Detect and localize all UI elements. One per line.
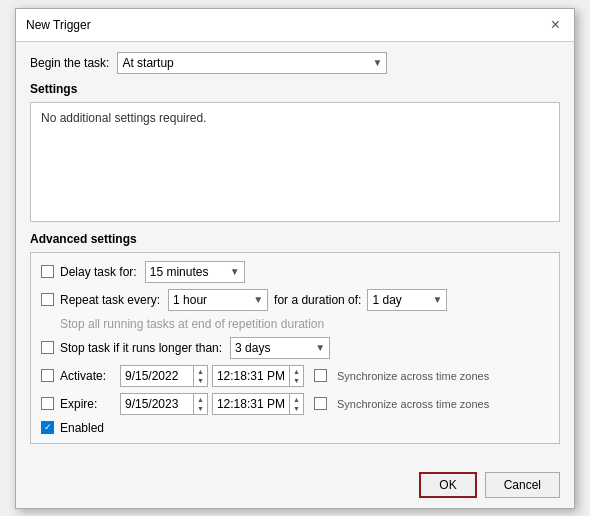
duration-select[interactable]: 1 day ▼ — [367, 289, 447, 311]
stop-running-label: Stop all running tasks at end of repetit… — [60, 317, 324, 331]
delay-task-arrow: ▼ — [230, 266, 240, 277]
delay-task-value: 15 minutes — [150, 265, 209, 279]
expire-date-down[interactable] — [194, 404, 207, 413]
expire-sync-checkbox[interactable] — [314, 397, 327, 410]
stop-task-checkbox[interactable] — [41, 341, 54, 354]
activate-time-spinner[interactable] — [289, 366, 303, 386]
delay-task-label: Delay task for: — [60, 265, 137, 279]
expire-date-group[interactable]: 9/15/2023 — [120, 393, 208, 415]
stop-task-select[interactable]: 3 days ▼ — [230, 337, 330, 359]
repeat-task-row: Repeat task every: 1 hour ▼ for a durati… — [41, 289, 549, 311]
activate-label: Activate: — [60, 369, 112, 383]
activate-time-down[interactable] — [290, 376, 303, 385]
settings-box: No additional settings required. — [30, 102, 560, 222]
stop-task-row: Stop task if it runs longer than: 3 days… — [41, 337, 549, 359]
repeat-task-checkbox[interactable] — [41, 293, 54, 306]
activate-time-group[interactable]: 12:18:31 PM — [212, 365, 304, 387]
expire-checkbox[interactable] — [41, 397, 54, 410]
begin-task-select[interactable]: At startup ▼ — [117, 52, 387, 74]
title-bar: New Trigger × — [16, 9, 574, 42]
expire-date-spinner[interactable] — [193, 394, 207, 414]
enabled-checkbox[interactable] — [41, 421, 54, 434]
cancel-button[interactable]: Cancel — [485, 472, 560, 498]
expire-label: Expire: — [60, 397, 112, 411]
begin-task-label: Begin the task: — [30, 56, 109, 70]
activate-date-group[interactable]: 9/15/2022 — [120, 365, 208, 387]
stop-task-value: 3 days — [235, 341, 270, 355]
begin-task-arrow: ▼ — [372, 57, 382, 68]
delay-task-row: Delay task for: 15 minutes ▼ — [41, 261, 549, 283]
activate-sync-checkbox[interactable] — [314, 369, 327, 382]
expire-row: Expire: 9/15/2023 12:18:31 PM S — [41, 393, 549, 415]
repeat-task-label: Repeat task every: — [60, 293, 160, 307]
dialog-body: Begin the task: At startup ▼ Settings No… — [16, 42, 574, 464]
close-button[interactable]: × — [547, 17, 564, 33]
expire-time-up[interactable] — [290, 395, 303, 404]
dialog-title: New Trigger — [26, 18, 91, 32]
expire-time-down[interactable] — [290, 404, 303, 413]
enabled-row: Enabled — [41, 421, 549, 435]
activate-date: 9/15/2022 — [121, 366, 193, 386]
activate-checkbox[interactable] — [41, 369, 54, 382]
expire-time-spinner[interactable] — [289, 394, 303, 414]
duration-value: 1 day — [372, 293, 401, 307]
activate-sync-label: Synchronize across time zones — [337, 370, 489, 382]
advanced-section: Delay task for: 15 minutes ▼ Repeat task… — [30, 252, 560, 444]
repeat-task-value: 1 hour — [173, 293, 207, 307]
activate-row: Activate: 9/15/2022 12:18:31 PM — [41, 365, 549, 387]
settings-section-label: Settings — [30, 82, 560, 96]
ok-button[interactable]: OK — [419, 472, 476, 498]
delay-task-select[interactable]: 15 minutes ▼ — [145, 261, 245, 283]
stop-task-arrow: ▼ — [315, 342, 325, 353]
delay-task-checkbox[interactable] — [41, 265, 54, 278]
repeat-task-arrow: ▼ — [253, 294, 263, 305]
repeat-task-select[interactable]: 1 hour ▼ — [168, 289, 268, 311]
activate-time: 12:18:31 PM — [213, 366, 289, 386]
expire-date: 9/15/2023 — [121, 394, 193, 414]
advanced-section-label: Advanced settings — [30, 232, 560, 246]
begin-task-value: At startup — [122, 56, 173, 70]
duration-arrow: ▼ — [433, 294, 443, 305]
expire-time: 12:18:31 PM — [213, 394, 289, 414]
no-settings-text: No additional settings required. — [41, 111, 206, 125]
expire-date-up[interactable] — [194, 395, 207, 404]
new-trigger-dialog: New Trigger × Begin the task: At startup… — [15, 8, 575, 509]
begin-task-row: Begin the task: At startup ▼ — [30, 52, 560, 74]
activate-time-up[interactable] — [290, 367, 303, 376]
expire-sync-label: Synchronize across time zones — [337, 398, 489, 410]
stop-running-row: Stop all running tasks at end of repetit… — [41, 317, 549, 331]
activate-date-up[interactable] — [194, 367, 207, 376]
stop-task-label: Stop task if it runs longer than: — [60, 341, 222, 355]
for-duration-label: for a duration of: — [274, 293, 361, 307]
expire-time-group[interactable]: 12:18:31 PM — [212, 393, 304, 415]
dialog-footer: OK Cancel — [16, 464, 574, 508]
activate-date-down[interactable] — [194, 376, 207, 385]
enabled-label: Enabled — [60, 421, 104, 435]
activate-date-spinner[interactable] — [193, 366, 207, 386]
